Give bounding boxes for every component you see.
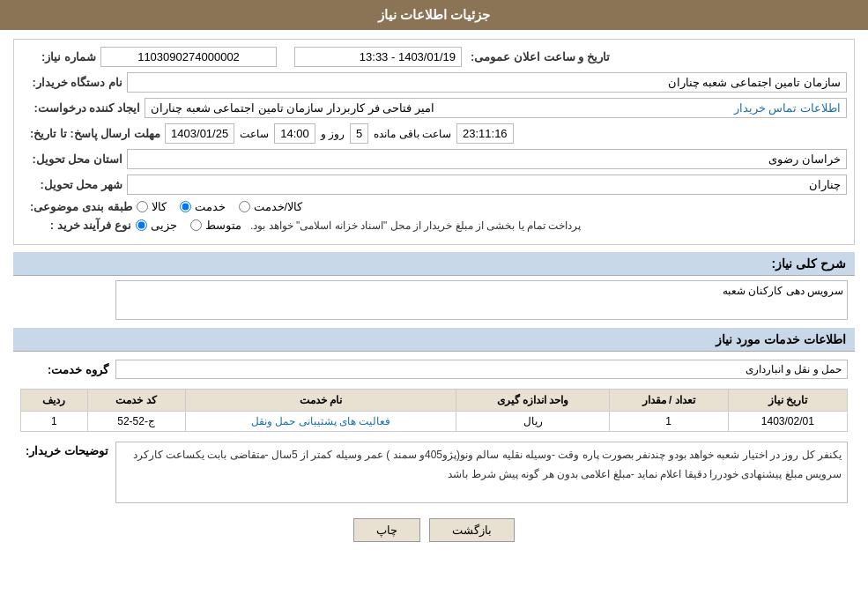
cell-tarikh: 1403/02/01 [728,412,847,432]
row-shahr: چناران شهر محل تحویل: [21,175,847,195]
cell-code: ج-52-52 [87,412,185,432]
farayand-label: نوع فرآیند خرید : [21,219,136,232]
service-name-link[interactable]: فعالیت های پشتیبانی حمل ونقل [251,415,390,427]
rooz-value: 5 [350,123,368,144]
toozihat-label: توضیحات خریدار: [20,442,108,457]
row-tabagheh: کالا/خدمت خدمت کالا [21,200,847,213]
radio-khadmat-item[interactable]: خدمت [180,200,226,213]
page-header: جزئیات اطلاعات نیاز [0,0,868,30]
shmare-niaz-value: 1103090274000002 [100,47,277,67]
page-container: جزئیات اطلاعات نیاز تاریخ و ساعت اعلان ع… [0,0,868,609]
content-area: تاریخ و ساعت اعلان عمومی: 1403/01/19 - 1… [0,30,868,561]
baqi-label: ساعت باقی مانده [374,128,451,140]
tarikh-elan-label: تاریخ و ساعت اعلان عمومی: [462,50,614,63]
radio-motevaset-input[interactable] [190,219,202,231]
shmare-niaz-label: شماره نیاز: [21,50,100,63]
radio-khadmat-label: خدمت [195,200,226,213]
col-tarikh: تاریخ نیاز [728,390,847,412]
table-header-row: تاریخ نیاز تعداد / مقدار واحد اندازه گیر… [21,390,848,412]
btn-chap[interactable]: چاپ [353,518,420,542]
radio-jozii-input[interactable] [136,219,147,231]
services-section: حمل و نقل و انبارداری گروه خدمت: [13,355,855,383]
saat-label: ساعت [240,128,269,140]
radio-motevaset-label: متوسط [205,219,241,232]
shahr-value: چناران [127,175,847,195]
gorooh-row: حمل و نقل و انبارداری گروه خدمت: [13,355,855,383]
gorooh-label: گروه خدمت: [20,363,108,376]
sharh-box: سرویس دهی کارکنان شعبه [115,280,848,320]
info-section-main: تاریخ و ساعت اعلان عمومی: 1403/01/19 - 1… [13,39,855,245]
radio-farayand-group: متوسط جزیی [136,219,241,232]
buttons-row: بازگشت چاپ [13,508,855,553]
cell-vahed: ریال [456,412,609,432]
shahr-label: شهر محل تحویل: [21,178,127,191]
radio-jozii-label: جزیی [151,219,177,232]
name-dastgah-value: سازمان تامین اجتماعی شعبه چناران [127,72,847,93]
row-shmare: تاریخ و ساعت اعلان عمومی: 1403/01/19 - 1… [21,47,847,67]
table-row: 1403/02/01 1 ریال فعالیت های پشتیبانی حم… [21,412,848,432]
services-table: تاریخ نیاز تعداد / مقدار واحد اندازه گیر… [20,389,848,432]
cell-radif: 1 [21,412,88,432]
radio-kala-item[interactable]: کالا [137,200,167,213]
page-title: جزئیات اطلاعات نیاز [378,7,490,22]
ettelaat-tamas-link[interactable]: اطلاعات تماس خریدار [734,101,841,115]
baqi-value: 23:11:16 [456,123,514,144]
saat-value: 14:00 [274,123,315,144]
tarikh-elan-value: 1403/01/19 - 13:33 [294,47,462,67]
khadamat-section-title: اطلاعات خدمات مورد نیاز [13,328,855,352]
ostan-value: خراسان رضوی [127,149,847,169]
row-name-dastgah: سازمان تامین اجتماعی شعبه چناران نام دست… [21,72,847,93]
radio-khadmat-input[interactable] [180,201,191,212]
cell-tedad: 1 [609,412,728,432]
form-grid: تاریخ و ساعت اعلان عمومی: 1403/01/19 - 1… [14,40,854,244]
radio-kala-label: کالا [152,200,167,213]
radio-jozii-item[interactable]: جزیی [136,219,177,232]
rooz-label: روز و [321,128,345,140]
toozihat-box: یکنفر کل روز در اختیار شعبه خواهد بودو چ… [115,442,848,503]
row-ostan: خراسان رضوی استان محل تحویل: [21,149,847,169]
farayand-text: پرداخت تمام یا بخشی از مبلغ خریدار از مح… [250,219,581,232]
row-farayand: پرداخت تمام یا بخشی از مبلغ خریدار از مح… [21,219,847,232]
date-value: 1403/01/25 [165,123,234,144]
col-radif: ردیف [21,390,88,412]
col-vahed: واحد اندازه گیری [456,390,609,412]
name-dastgah-label: نام دستگاه خریدار: [21,76,127,89]
radio-kala-khadmat-input[interactable] [239,201,250,212]
col-code: کد خدمت [87,390,185,412]
ostan-label: استان محل تحویل: [21,152,127,166]
radio-kala-input[interactable] [137,201,148,212]
col-name: نام خدمت [185,390,456,412]
row-ijad: اطلاعات تماس خریدار امیر فتاحی فر کاربرد… [21,98,847,118]
sharh-section-title: شرح کلی نیاز: [13,252,855,276]
col-tedad: تعداد / مقدار [609,390,728,412]
gorooh-value: حمل و نقل و انبارداری [115,360,848,379]
ijad-label: ایجاد کننده درخواست: [21,101,145,115]
radio-kala-khadmat-label: کالا/خدمت [254,200,303,213]
toozihat-section: یکنفر کل روز در اختیار شعبه خواهد بودو چ… [13,437,855,508]
row-mohlat: 23:11:16 ساعت باقی مانده 5 روز و 14:00 س… [21,123,847,144]
radio-tabagheh-group: کالا/خدمت خدمت کالا [137,200,303,213]
ijad-value-box: اطلاعات تماس خریدار امیر فتاحی فر کاربرد… [145,98,847,118]
radio-kala-khadmat-item[interactable]: کالا/خدمت [239,200,303,213]
btn-bazgasht[interactable]: بازگشت [429,518,515,542]
cell-name: فعالیت های پشتیبانی حمل ونقل [185,412,456,432]
sharh-section: سرویس دهی کارکنان شعبه [13,276,855,324]
radio-motevaset-item[interactable]: متوسط [190,219,241,232]
tabagheh-label: طبقه بندی موضوعی: [21,200,137,213]
services-table-section: تاریخ نیاز تعداد / مقدار واحد اندازه گیر… [20,389,848,432]
mohlat-label: مهلت ارسال پاسخ: تا تاریخ: [21,127,165,140]
